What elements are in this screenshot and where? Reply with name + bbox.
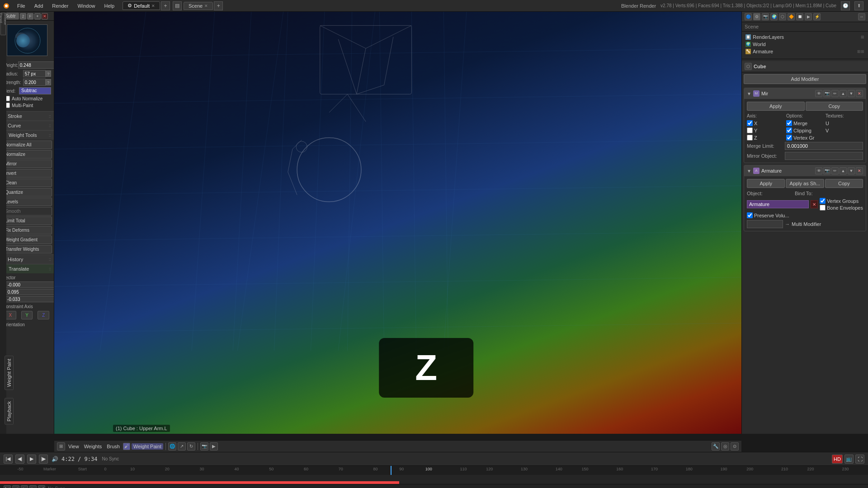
radius-input[interactable] [23,70,46,77]
add-subtab-btn[interactable]: + [34,13,41,19]
arm-apply-btn[interactable]: Apply [747,179,785,188]
weight-input[interactable] [18,61,54,69]
world-icon-r[interactable]: 🌍 [770,13,778,20]
expand-icon[interactable]: ↔ [858,13,865,20]
add-screen-btn[interactable]: + [161,1,170,10]
arm-object-clear-btn[interactable]: ✕ [811,200,818,208]
prop-icon[interactable]: ⊙ [731,442,739,450]
normalize-all-btn[interactable]: Normalize All [2,141,52,149]
hd-btn[interactable]: HD [832,455,843,464]
scene-tab[interactable]: Scene ✕ [184,2,213,10]
arm-copy-btn[interactable]: Copy [825,179,863,188]
help-menu[interactable]: Help [100,0,119,12]
arm-close-icon[interactable]: ✕ [856,167,863,174]
stroke-section-header[interactable]: ▶ Stroke :: [0,111,54,121]
clock-icon[interactable]: 🕐 [841,1,850,10]
scene-icon[interactable]: 🔵 [745,13,752,20]
radius-lock-icon[interactable]: ? [46,70,51,77]
tex-icon-r[interactable]: 🔲 [796,13,803,20]
scene-world[interactable]: 🌍 World [744,41,866,48]
globe-icon[interactable]: 🌐 [168,442,176,450]
z-input[interactable] [5,296,54,302]
transfer-weights-btn[interactable]: Transfer Weights [2,245,52,253]
weight-paint-label[interactable]: Weight Paint [132,443,163,450]
scene-armature[interactable]: 🦴 Armature ⊞⊞ [744,48,866,55]
limit-total-btn[interactable]: Limit Total [2,216,52,225]
bone-envelopes-cb[interactable] [820,205,826,211]
camera-icon[interactable]: 📷 [200,442,208,450]
levels-btn[interactable]: Levels [2,197,52,206]
view-label[interactable]: View [66,444,81,449]
step-fwd-btn[interactable]: |▶ [39,455,48,464]
fullscreen-btn[interactable]: ⛶ [855,455,864,464]
arm-render-icon[interactable]: 📷 [823,167,830,174]
clean-btn[interactable]: Clean [2,178,52,187]
play-btn[interactable]: ▶ [27,455,36,464]
arm-up-icon[interactable]: ▲ [840,167,847,174]
sub-tab-F[interactable]: F [27,13,33,19]
merge-cb[interactable] [786,120,792,126]
arm-down-icon[interactable]: ▼ [848,167,855,174]
render-icon[interactable]: ▶ [210,442,218,450]
z-axis-cb[interactable] [747,135,753,141]
render-menu[interactable]: Render [47,0,73,12]
viewport-3d[interactable]: Z (1) Cube : Upper Arm.L [54,12,741,434]
jump-start-btn[interactable]: |◀ [4,455,13,464]
scene-renderlayers[interactable]: 📋 RenderLayers ⊞ [744,33,866,41]
quantize-btn[interactable]: Quantize [2,188,52,197]
playback-side-label[interactable]: Playback [5,398,14,425]
arm-object-input[interactable] [747,200,809,208]
x-input[interactable] [6,282,54,288]
normalize-btn[interactable]: Normalize [2,150,52,159]
onion-icon[interactable]: ◎ [721,442,729,450]
constraint-y-btn[interactable]: Y [21,311,33,319]
strength-input[interactable] [23,79,46,86]
frame-start-btn[interactable]: |◀ [4,485,11,488]
render-icon-r[interactable]: 📷 [762,13,769,20]
vertex-gr-cb[interactable] [786,135,792,141]
phy-icon-r[interactable]: ⚡ [813,13,821,20]
fix-deforms-btn[interactable]: Fix Deforms [2,226,52,235]
share-icon[interactable]: ⬆ [854,1,863,10]
clipping-cb[interactable] [786,127,792,133]
obj-icon-r[interactable]: ⬡ [779,13,786,20]
weight-gradient-btn[interactable]: Weight Gradient [2,235,52,244]
remove-subtab-btn[interactable]: ✕ [42,13,48,19]
mirror-obj-input[interactable] [785,152,863,160]
volume-btn[interactable]: 🔊 [51,455,59,463]
mirror-eye-icon[interactable]: 👁 [815,90,822,97]
scene-tab-close[interactable]: ✕ [204,4,208,8]
strength-lock-icon[interactable]: ? [46,79,51,85]
y-axis-cb[interactable] [747,127,753,133]
brush-label[interactable]: Brush [105,444,122,449]
play-inline-btn[interactable]: ▶ [21,485,28,488]
curve-section-header[interactable]: ▶ Curve :: [0,121,54,130]
snap-icon[interactable]: 🔧 [712,442,720,450]
global-scene-btn[interactable]: ▤ [173,1,182,10]
move-icon[interactable]: ↗ [178,442,186,450]
mirror-btn[interactable]: Mirror [2,160,52,168]
weight-tools-section-header[interactable]: ▼ Weight Tools :: [0,130,54,140]
history-section-header[interactable]: ▶ History :: [0,254,54,264]
add-menu[interactable]: Add [30,0,48,12]
add-modifier-btn[interactable]: Add Modifier [744,74,866,84]
mirror-copy-btn[interactable]: Copy [806,102,863,111]
mirror-down-icon[interactable]: ▼ [848,90,855,97]
weights-label[interactable]: Weights [82,444,104,449]
merge-limit-input[interactable] [785,142,863,150]
mirror-render-icon[interactable]: 📷 [823,90,830,97]
frame-back-btn[interactable]: ◀ [12,485,19,488]
add-scene-tab-btn[interactable]: + [214,1,223,10]
arm-eye-icon[interactable]: 👁 [815,167,822,174]
default-tab-close[interactable]: ✕ [151,4,155,8]
sub-tab-num[interactable]: 2 [20,13,26,19]
mirror-close-icon[interactable]: ✕ [856,90,863,97]
playhead[interactable] [391,466,392,475]
props-cube-icon[interactable]: ⬡ [745,63,752,70]
translate-section-header[interactable]: ▼ Translate :: [0,264,54,273]
weight-paint-icon[interactable]: 🖌 [123,443,130,450]
blend-select[interactable]: Subtrac [19,87,51,94]
arm-apply-as-btn[interactable]: Apply as Sh... [786,179,824,188]
vtab-grease[interactable]: Grease Pencil [0,13,6,35]
mirror-edit-icon[interactable]: ✏ [831,90,839,97]
